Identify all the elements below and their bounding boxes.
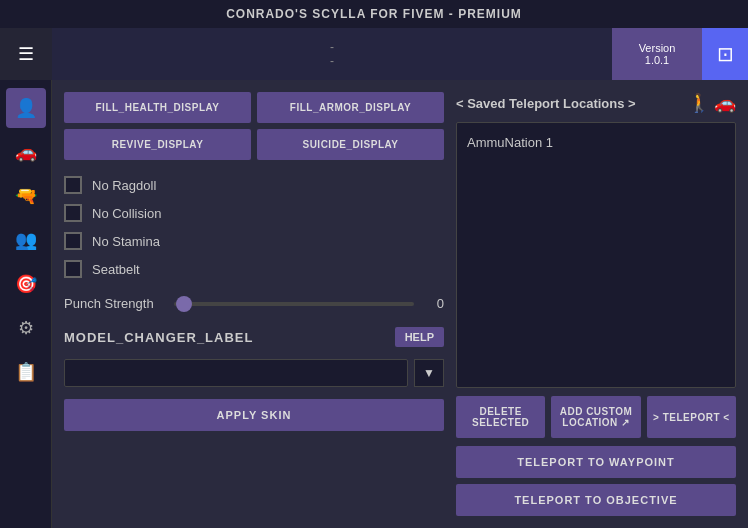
punch-strength-label: Punch Strength (64, 296, 164, 311)
teleport-actions-grid: DELETE SELECTED ADD CUSTOM LOCATION ↗ > … (456, 396, 736, 438)
main-layout: 👤 🚗 🔫 👥 🎯 ⚙ 📋 FILL_HEALTH_DISPLAY FILL_A… (0, 80, 748, 528)
version-box: Version 1.0.1 (612, 28, 702, 80)
pedestrian-icon[interactable]: 🚶 (688, 92, 710, 114)
no-ragdoll-box (64, 176, 82, 194)
weapon-icon: 🔫 (15, 185, 37, 207)
user-icon: 👤 (15, 97, 37, 119)
car-icon: 🚗 (15, 141, 37, 163)
teleport-header: < Saved Teleport Locations > 🚶 🚗 (456, 92, 736, 114)
sidebar-item-clipboard[interactable]: 📋 (6, 352, 46, 392)
sidebar: 👤 🚗 🔫 👥 🎯 ⚙ 📋 (0, 80, 52, 528)
top-bar: ☰ - - Version 1.0.1 ⊡ (0, 28, 748, 80)
fill-health-button[interactable]: FILL_HEALTH_DISPLAY (64, 92, 251, 123)
seatbelt-label: Seatbelt (92, 262, 140, 277)
revive-button[interactable]: REVIVE_DISPLAY (64, 129, 251, 160)
checkboxes-group: No Ragdoll No Collision No Stamina Seatb… (64, 176, 444, 278)
version-number: 1.0.1 (645, 54, 669, 66)
server-line2: - (330, 54, 334, 68)
no-ragdoll-label: No Ragdoll (92, 178, 156, 193)
punch-strength-thumb[interactable] (176, 296, 192, 312)
teleport-title: < Saved Teleport Locations > (456, 96, 636, 111)
transport-icons: 🚶 🚗 (688, 92, 736, 114)
group-icon: 👥 (15, 229, 37, 251)
model-changer-header: MODEL_CHANGER_LABEL HELP (64, 327, 444, 347)
teleport-button[interactable]: > TELEPORT < (647, 396, 736, 438)
sidebar-item-user[interactable]: 👤 (6, 88, 46, 128)
no-collision-box (64, 204, 82, 222)
suicide-button[interactable]: SUICIDE_DISPLAY (257, 129, 444, 160)
no-stamina-box (64, 232, 82, 250)
sidebar-item-weapon[interactable]: 🔫 (6, 176, 46, 216)
top-center-info: - - (52, 28, 612, 80)
discord-icon: ⊡ (717, 42, 734, 66)
add-custom-location-button[interactable]: ADD CUSTOM LOCATION ↗ (551, 396, 640, 438)
punch-strength-track[interactable] (174, 302, 414, 306)
no-stamina-checkbox[interactable]: No Stamina (64, 232, 444, 250)
model-input-row: ▼ (64, 359, 444, 387)
delete-selected-button[interactable]: DELETE SELECTED (456, 396, 545, 438)
menu-button[interactable]: ☰ (0, 28, 52, 80)
apply-skin-button[interactable]: APPLY SKIN (64, 399, 444, 431)
model-input[interactable] (64, 359, 408, 387)
model-dropdown-button[interactable]: ▼ (414, 359, 444, 387)
seatbelt-box (64, 260, 82, 278)
location-list[interactable]: AmmuNation 1 (456, 122, 736, 388)
vehicle-icon[interactable]: 🚗 (714, 92, 736, 114)
right-panel: < Saved Teleport Locations > 🚶 🚗 AmmuNat… (456, 92, 736, 516)
sidebar-item-vehicle[interactable]: 🚗 (6, 132, 46, 172)
discord-button[interactable]: ⊡ (702, 28, 748, 80)
no-stamina-label: No Stamina (92, 234, 160, 249)
fill-armor-button[interactable]: FILL_ARMOR_DISPLAY (257, 92, 444, 123)
sidebar-item-target[interactable]: 🎯 (6, 264, 46, 304)
seatbelt-checkbox[interactable]: Seatbelt (64, 260, 444, 278)
teleport-bottom-buttons: TELEPORT TO WAYPOINT TELEPORT TO OBJECTI… (456, 446, 736, 516)
sidebar-item-settings[interactable]: ⚙ (6, 308, 46, 348)
punch-strength-slider-row: Punch Strength 0 (64, 296, 444, 311)
left-panel: FILL_HEALTH_DISPLAY FILL_ARMOR_DISPLAY R… (64, 92, 444, 516)
content-area: FILL_HEALTH_DISPLAY FILL_ARMOR_DISPLAY R… (52, 80, 748, 528)
target-icon: 🎯 (15, 273, 37, 295)
action-buttons-grid: FILL_HEALTH_DISPLAY FILL_ARMOR_DISPLAY R… (64, 92, 444, 160)
server-line1: - (330, 40, 334, 54)
teleport-to-waypoint-button[interactable]: TELEPORT TO WAYPOINT (456, 446, 736, 478)
clipboard-icon: 📋 (15, 361, 37, 383)
title-text: CONRADO'S SCYLLA FOR FIVEM - PREMIUM (226, 7, 522, 21)
location-name: AmmuNation 1 (467, 135, 553, 150)
title-bar: CONRADO'S SCYLLA FOR FIVEM - PREMIUM (0, 0, 748, 28)
version-label: Version (639, 42, 676, 54)
list-item[interactable]: AmmuNation 1 (465, 131, 727, 154)
punch-strength-value: 0 (424, 296, 444, 311)
no-ragdoll-checkbox[interactable]: No Ragdoll (64, 176, 444, 194)
no-collision-label: No Collision (92, 206, 161, 221)
teleport-to-objective-button[interactable]: TELEPORT TO OBJECTIVE (456, 484, 736, 516)
sidebar-item-group[interactable]: 👥 (6, 220, 46, 260)
model-changer-label: MODEL_CHANGER_LABEL (64, 330, 253, 345)
help-button[interactable]: HELP (395, 327, 444, 347)
gear-icon: ⚙ (18, 317, 34, 339)
no-collision-checkbox[interactable]: No Collision (64, 204, 444, 222)
